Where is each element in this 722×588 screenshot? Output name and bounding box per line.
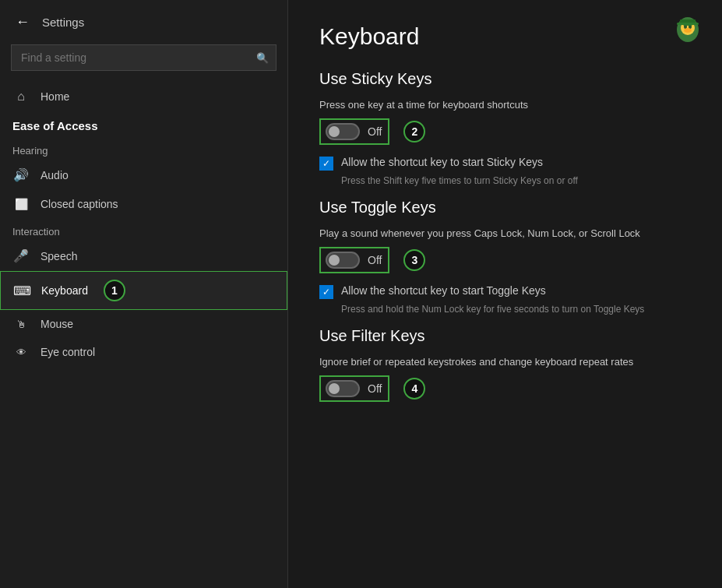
- sidebar: ← Settings 🔍 ⌂ Home Ease of Access Heari…: [0, 0, 288, 588]
- filter-keys-heading: Use Filter Keys: [319, 327, 691, 345]
- sidebar-item-audio[interactable]: 🔊 Audio: [0, 160, 287, 190]
- closed-captions-icon: ⬜: [12, 198, 30, 210]
- keyboard-icon: ⌨: [13, 283, 30, 298]
- sidebar-item-eye-control[interactable]: 👁 Eye control: [0, 338, 287, 366]
- sidebar-item-keyboard-label: Keyboard: [41, 284, 88, 297]
- sticky-keys-toggle-label: Off: [368, 125, 382, 138]
- search-box-container: 🔍: [11, 44, 276, 71]
- sidebar-header: ← Settings: [0, 0, 287, 44]
- search-icon: 🔍: [256, 52, 269, 64]
- toggle-keys-toggle-row: Off 3: [319, 247, 691, 273]
- sticky-keys-checkbox-row: Allow the shortcut key to start Sticky K…: [319, 156, 691, 171]
- filter-keys-toggle[interactable]: [326, 380, 360, 397]
- avatar: [669, 12, 706, 50]
- main-content: Keyboard Use Sticky Keys Press one key a…: [288, 0, 722, 588]
- sidebar-item-speech-label: Speech: [41, 250, 77, 262]
- sidebar-item-closed-captions-label: Closed captions: [41, 198, 118, 210]
- sticky-keys-toggle[interactable]: [326, 123, 360, 140]
- sidebar-item-eye-control-label: Eye control: [41, 346, 95, 358]
- sidebar-item-mouse-label: Mouse: [41, 318, 73, 330]
- category-interaction: Interaction: [0, 218, 287, 241]
- speech-icon: 🎤: [12, 248, 30, 263]
- category-hearing: Hearing: [0, 137, 287, 160]
- toggle-keys-checkbox[interactable]: [319, 285, 333, 299]
- sticky-keys-description: Press one key at a time for keyboard sho…: [319, 99, 691, 111]
- toggle-keys-toggle[interactable]: [326, 252, 360, 269]
- search-input[interactable]: [11, 44, 276, 71]
- toggle-keys-heading: Use Toggle Keys: [319, 199, 691, 217]
- audio-icon: 🔊: [12, 167, 30, 182]
- filter-keys-toggle-row: Off 4: [319, 375, 691, 402]
- svg-point-4: [684, 28, 692, 33]
- mouse-icon: 🖱: [12, 319, 30, 330]
- eye-control-icon: 👁: [12, 347, 30, 358]
- sidebar-title: Settings: [42, 16, 84, 29]
- page-title: Keyboard: [319, 23, 691, 50]
- sidebar-item-home-label: Home: [41, 90, 69, 103]
- sticky-keys-checkbox-hint: Press the Shift key five times to turn S…: [341, 175, 691, 186]
- sidebar-item-home[interactable]: ⌂ Home: [0, 82, 287, 111]
- sidebar-item-mouse[interactable]: 🖱 Mouse: [0, 310, 287, 338]
- annotation-badge-2: 2: [403, 121, 425, 143]
- svg-rect-7: [677, 23, 699, 25]
- section-label: Ease of Access: [0, 114, 287, 137]
- sticky-keys-heading: Use Sticky Keys: [319, 70, 691, 88]
- sticky-keys-toggle-row: Off 2: [319, 118, 691, 145]
- toggle-keys-description: Play a sound whenever you press Caps Loc…: [319, 227, 691, 239]
- toggle-keys-checkbox-row: Allow the shortcut key to start Toggle K…: [319, 284, 691, 299]
- annotation-badge-3: 3: [403, 249, 425, 271]
- home-icon: ⌂: [12, 90, 30, 104]
- sidebar-item-speech[interactable]: 🎤 Speech: [0, 241, 287, 271]
- back-button[interactable]: ←: [12, 11, 33, 33]
- filter-keys-toggle-label: Off: [368, 382, 382, 395]
- toggle-keys-checkbox-hint: Press and hold the Num Lock key for five…: [341, 304, 691, 315]
- toggle-keys-checkbox-label: Allow the shortcut key to start Toggle K…: [341, 284, 546, 297]
- sidebar-item-keyboard[interactable]: ⌨ Keyboard 1: [0, 271, 287, 310]
- annotation-badge-4: 4: [403, 378, 425, 400]
- filter-keys-description: Ignore brief or repeated keystrokes and …: [319, 356, 691, 368]
- toggle-keys-toggle-label: Off: [368, 254, 382, 266]
- sticky-keys-checkbox-label: Allow the shortcut key to start Sticky K…: [341, 156, 543, 168]
- sticky-keys-checkbox[interactable]: [319, 157, 333, 171]
- sidebar-item-audio-label: Audio: [41, 169, 69, 181]
- annotation-badge-1: 1: [104, 280, 125, 301]
- sidebar-item-closed-captions[interactable]: ⬜ Closed captions: [0, 190, 287, 218]
